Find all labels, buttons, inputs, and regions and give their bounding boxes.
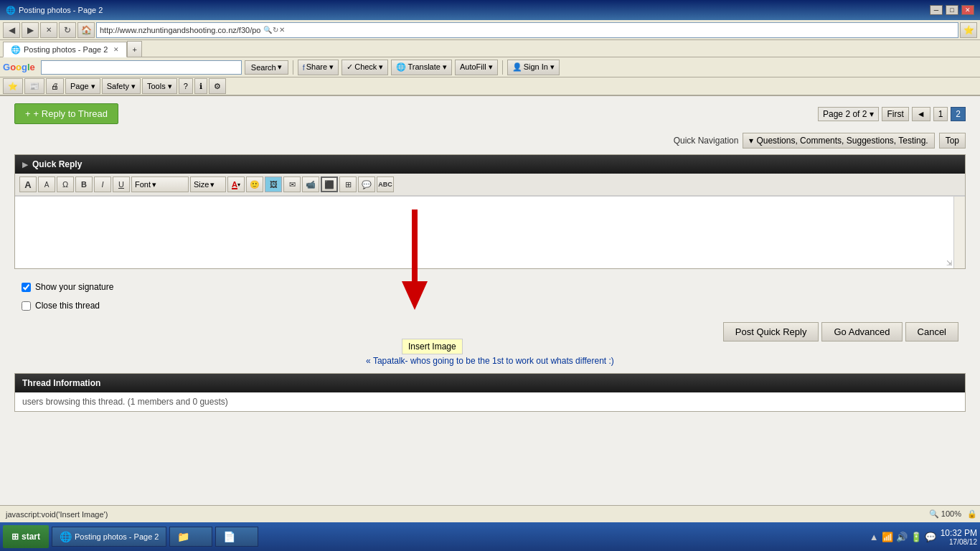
tab-label: Posting photos - Page 2 [24,45,108,54]
close-button[interactable]: ✕ [961,5,974,15]
page-1-label: 1 [938,109,943,119]
search-label: Search [251,63,276,72]
taskbar-right: ▲ 📶 🔊 🔋 💬 10:32 PM 17/08/12 [870,528,977,546]
taskbar-explorer-task[interactable]: 📁 [169,527,212,547]
font-size-decrease-button[interactable]: A [38,176,55,192]
signin-button[interactable]: 👤 Sign In ▾ [507,60,560,75]
font-selector[interactable]: Font ▾ [131,176,189,192]
font-label: Font [135,180,151,189]
zoom-level: 🔍 100% [929,509,961,519]
maximize-button[interactable]: □ [946,5,958,15]
favorites-btn[interactable]: ⭐ [3,78,23,94]
quick-reply-header: ▶ Quick Reply [15,155,965,174]
security-icon: 🔒 [967,509,977,519]
insert-image-tooltip: Insert Image [402,339,463,354]
safety-label: Safety ▾ [107,82,136,91]
print-btn[interactable]: 🖨 [46,78,64,94]
close-thread-label[interactable]: Close this thread [35,301,100,311]
qr-toolbar: A A Ω B I U Font ▾ Size ▾ A ▾ 🙂 [15,174,965,196]
translate-label: Translate ▾ [407,62,447,72]
tab-close-button[interactable]: ✕ [113,46,119,53]
task-label: Posting photos - Page 2 [75,532,159,541]
share-button[interactable]: f Share ▾ [298,60,339,75]
autofill-button[interactable]: AutoFill ▾ [455,60,498,75]
text-color-icon: A [232,180,237,189]
italic-button[interactable]: I [94,176,111,192]
insert-image2-button[interactable]: ⬛ [321,176,338,192]
quick-nav-top-button[interactable]: Top [939,133,966,149]
format-style-button[interactable]: Ω [57,176,74,192]
insert-video-button[interactable]: 📹 [302,176,319,192]
ie-toolbar: ⭐ 📰 🖨 Page ▾ Safety ▾ Tools ▾ ? ℹ ⚙ [0,77,980,96]
system-tray-icons: ▲ 📶 🔊 🔋 💬 [870,532,936,542]
page-dropdown-arrow: ▾ [870,109,874,119]
start-label: start [22,532,40,542]
underline-button[interactable]: U [113,176,130,192]
font-size-increase-button[interactable]: A [19,176,37,192]
forward-button[interactable]: ▶ [22,22,39,38]
quick-nav-dropdown[interactable]: ▾ Questions, Comments, Suggestions, Test… [743,133,934,149]
facebook-icon: f [303,63,305,72]
first-page-button[interactable]: First [882,107,908,121]
go-advanced-button[interactable]: Go Advanced [821,322,902,342]
cancel-button[interactable]: Cancel [905,322,958,342]
first-page-label: First [887,109,903,119]
share-label: Share ▾ [306,62,334,72]
refresh-button[interactable]: ↻ [59,22,76,38]
pagination-area: Page 2 of 2 ▾ First ◄ 1 2 [818,107,966,121]
emoji-button[interactable]: 🙂 [246,176,263,192]
status-right: 🔍 100% 🔒 [929,509,977,519]
taskbar-app-task[interactable]: 📄 [215,527,258,547]
safety-button[interactable]: Safety ▾ [102,78,141,94]
quote-button[interactable]: 💬 [358,176,375,192]
qr-resize-handle[interactable]: ⇲ [946,259,952,267]
favorites-button[interactable]: ⭐ [960,22,977,38]
google-search-input[interactable] [41,60,242,75]
google-search-button[interactable]: Search ▾ [245,60,288,75]
info-button[interactable]: ℹ [194,78,207,94]
qr-header-arrow-icon: ▶ [22,161,28,169]
browser-frame: 🌐 Posting photos - Page 2 ─ □ ✕ ◀ ▶ ✕ ↻ … [0,0,980,551]
tools-button[interactable]: Tools ▾ [142,78,177,94]
size-selector[interactable]: Size ▾ [190,176,226,192]
insert-email-button[interactable]: ✉ [283,176,301,192]
bottom-link[interactable]: « Tapatalk- whos going to be the 1st to … [366,356,614,366]
show-signature-checkbox[interactable] [22,283,31,292]
taskbar-ie-task[interactable]: 🌐 Posting photos - Page 2 [52,527,166,547]
quick-nav-row: Quick Navigation ▾ Questions, Comments, … [14,133,966,149]
top-actions-row: + + Reply to Thread Page 2 of 2 ▾ First … [14,103,966,124]
stop-button[interactable]: ✕ [40,22,57,38]
page-dropdown[interactable]: Page 2 of 2 ▾ [818,107,879,121]
prev-page-button[interactable]: ◄ [912,107,930,121]
reply-textarea[interactable] [15,197,953,268]
page-1-button[interactable]: 1 [933,107,948,121]
page-menu-button[interactable]: Page ▾ [65,78,100,94]
post-quick-reply-button[interactable]: Post Quick Reply [723,322,819,342]
qr-scrollbar[interactable] [953,197,965,268]
spell-check-button[interactable]: ABC [377,176,394,192]
home-button[interactable]: 🏠 [77,22,95,38]
table-button[interactable]: ⊞ [339,176,357,192]
back-button[interactable]: ◀ [3,22,20,38]
page-2-button[interactable]: 2 [951,107,966,121]
check-button[interactable]: ✓ Check ▾ [341,60,388,75]
address-bar[interactable]: http://www.nzhuntingandshooting.co.nz/f3… [96,22,958,38]
close-thread-checkbox[interactable] [22,301,31,311]
bold-button[interactable]: B [75,176,93,192]
translate-button[interactable]: 🌐 Translate ▾ [391,60,452,75]
show-signature-row: Show your signature [14,278,966,296]
rss-btn[interactable]: 📰 [24,78,44,94]
system-clock[interactable]: 10:32 PM 17/08/12 [941,528,977,546]
nav-bar: ◀ ▶ ✕ ↻ 🏠 http://www.nzhuntingandshootin… [0,20,980,40]
extra-button[interactable]: ⚙ [209,78,226,94]
help-button[interactable]: ? [179,78,193,94]
new-tab-button[interactable]: + [127,41,141,57]
text-color-button[interactable]: A ▾ [227,176,245,192]
tray-icon-1: ▲ [870,532,879,542]
reply-to-thread-button[interactable]: + + Reply to Thread [14,103,118,124]
minimize-button[interactable]: ─ [930,5,943,15]
start-button[interactable]: ⊞ start [3,525,49,548]
active-tab[interactable]: 🌐 Posting photos - Page 2 ✕ [3,42,127,57]
show-signature-label[interactable]: Show your signature [35,282,113,292]
insert-image-button[interactable]: 🖼 [265,176,282,192]
